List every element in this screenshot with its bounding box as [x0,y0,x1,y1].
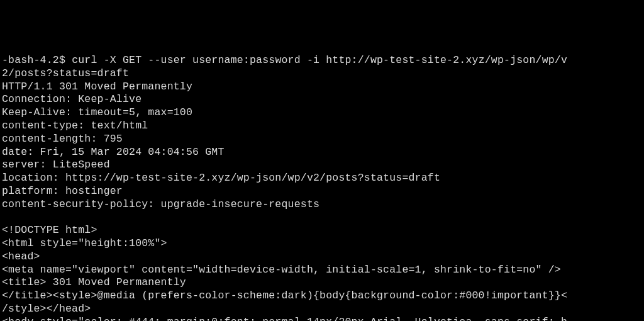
output-line: <title> 301 Moved Permanently [2,276,186,288]
output-line: <body style="color: #444; margin:0;font:… [2,316,567,321]
output-line: <head> [2,251,40,262]
output-line: <html style="height:100%"> [2,237,167,249]
output-line: <meta name="viewport" content="width=dev… [2,264,561,276]
output-line: date: Fri, 15 Mar 2024 04:04:56 GMT [2,146,225,158]
output-line: platform: hostinger [2,185,123,197]
output-line: server: LiteSpeed [2,159,110,171]
output-line: Connection: Keep-Alive [2,93,142,105]
output-line: HTTP/1.1 301 Moved Permanently [2,81,192,93]
command-input[interactable]: curl -X GET --user username:password -i … [2,54,567,79]
output-line: Keep-Alive: timeout=5, max=100 [2,106,192,118]
shell-prompt: -bash-4.2$ [2,54,72,66]
output-line: </title><style>@media (prefers-color-sch… [2,290,567,301]
output-line: /style></head> [2,303,91,315]
output-line: content-security-policy: upgrade-insecur… [2,198,319,210]
output-line: <!DOCTYPE html> [2,224,97,236]
output-line: content-length: 795 [2,133,123,145]
output-line: content-type: text/html [2,120,148,132]
output-line: location: https://wp-test-site-2.xyz/wp-… [2,172,440,184]
